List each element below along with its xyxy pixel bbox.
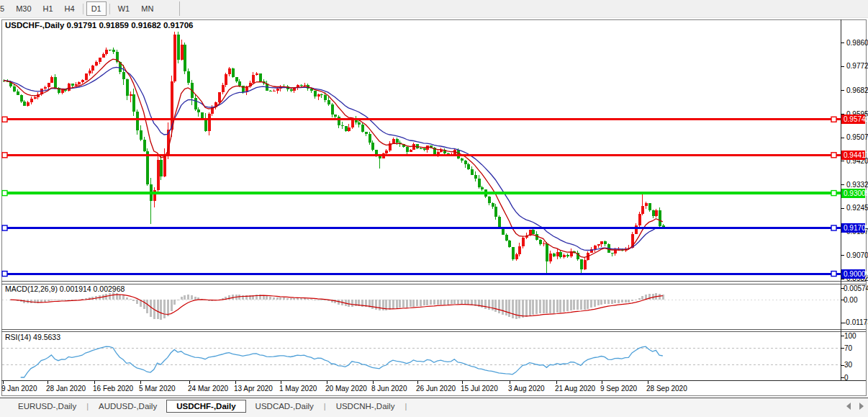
trading-platform-window: 0.986000.977250.968250.959500.950750.942… [0,0,868,417]
x-axis-label: 1 May 2020 [279,385,317,393]
rsi-axis-label: 70 [844,344,853,352]
chart-tab-usdchf[interactable]: USDCHF-,Daily [166,400,245,413]
price-tag-label: 0.94417 [844,151,868,159]
toolbar-separator [109,4,110,14]
x-axis-label: 16 Feb 2020 [93,385,134,393]
chart-tab-usdcnh[interactable]: USDCNH-,Daily [327,400,404,413]
macd-axis-label: 0.005744 [844,284,868,292]
price-tag-0.95742: 0.95742 [841,115,868,124]
hline-handle[interactable] [831,225,836,230]
tab-separator: | [404,402,407,411]
x-axis-label: 8 Jun 2020 [371,385,407,393]
chart-window: 0.986000.977250.968250.959500.950750.942… [0,0,868,398]
rsi-axis-label: 30 [844,361,853,369]
x-axis-label: 26 Jun 2020 [416,385,456,393]
rsi-indicator-label: RSI(14) 49.5633 [5,333,60,341]
price-tag-label: 0.93005 [844,189,868,197]
hline-handle[interactable] [2,272,7,277]
y-axis-label: 0.90700 [846,251,868,259]
tab-scroll-controls [846,403,864,410]
price-tag-label: 0.91709 [844,224,868,232]
price-tag-0.93005: 0.93005 [841,189,868,198]
x-axis-label: 9 Jan 2020 [1,385,37,393]
hline-handle[interactable] [831,191,836,196]
chart-title-ohlc: USDCHF-,Daily 0.91791 0.91859 0.91682 0.… [5,21,194,30]
timeframe-toolbar: 5M30H1H4D1W1MN [0,0,868,18]
macd-axis-label: 0.00 [844,296,858,304]
x-axis-label: 28 Sep 2020 [646,385,687,393]
hline-handle[interactable] [831,153,836,158]
main-chart-plot[interactable] [2,20,841,281]
x-axis-label: 5 Mar 2020 [139,385,176,393]
x-axis-label: 15 Jul 2020 [461,385,498,393]
chart-tabs: EURUSD-,Daily|AUDUSD-,DailyUSDCHF-,Daily… [0,398,407,413]
timeframe-button-5[interactable]: 5 [0,1,9,16]
timeframe-button-w1[interactable]: W1 [113,1,135,16]
hline-handle[interactable] [2,153,7,158]
scroll-tabs-right-icon[interactable] [859,403,864,410]
price-tag-label: 0.95742 [844,115,868,123]
chart-tab-usdcad[interactable]: USDCAD-,Daily [246,400,323,413]
timeframe-button-h4[interactable]: H4 [60,1,80,16]
hline-handle[interactable] [2,225,7,230]
chart-tab-eurusd[interactable]: EURUSD-,Daily [9,400,86,413]
rsi-axis-label: 0 [844,374,849,382]
scroll-tabs-left-icon[interactable] [846,403,851,410]
price-tag-label: 0.90009 [844,270,868,278]
chart-tab-bar: EURUSD-,Daily|AUDUSD-,DailyUSDCHF-,Daily… [0,398,868,417]
timeframe-button-mn[interactable]: MN [136,1,158,16]
y-axis-label: 0.96825 [846,86,868,94]
x-axis-label: 20 May 2020 [325,385,367,393]
rsi-axis-label: 100 [844,332,856,340]
hline-handle[interactable] [2,191,7,196]
x-axis-label: 24 Mar 2020 [188,385,229,393]
price-tag-0.94417: 0.94417 [841,151,868,160]
x-axis-label: 28 Jan 2020 [46,385,86,393]
y-axis-label: 0.93325 [846,181,868,189]
timeframe-button-m30[interactable]: M30 [11,1,36,16]
timeframe-button-d1[interactable]: D1 [86,1,107,16]
hline-handle[interactable] [2,117,7,122]
timeframe-button-h1[interactable]: H1 [38,1,58,16]
macd-indicator-label: MACD(12,26,9) 0.001914 0.002968 [5,284,125,293]
y-axis-label: 0.92450 [846,204,868,212]
x-axis-label: 13 Apr 2020 [234,385,273,393]
y-axis-label: 0.98600 [846,39,868,47]
price-tag-0.91709: 0.91709 [841,223,868,233]
toolbar-separator [83,4,83,14]
y-axis-label: 0.95075 [846,133,868,141]
hline-handle[interactable] [831,117,836,122]
price-tag-0.90009: 0.90009 [841,269,868,279]
x-axis-label: 3 Aug 2020 [508,385,545,393]
hline-handle[interactable] [831,272,836,277]
x-axis-label: 9 Sep 2020 [600,385,638,393]
y-axis-label: 0.97725 [846,62,868,70]
rsi-panel-plot[interactable] [2,332,841,380]
macd-axis-label: -0.011738 [844,318,868,326]
chart-tab-audusd[interactable]: AUDUSD-,Daily [89,400,166,413]
toolbar-section-separator [179,1,180,16]
x-axis-label: 21 Aug 2020 [555,385,596,393]
